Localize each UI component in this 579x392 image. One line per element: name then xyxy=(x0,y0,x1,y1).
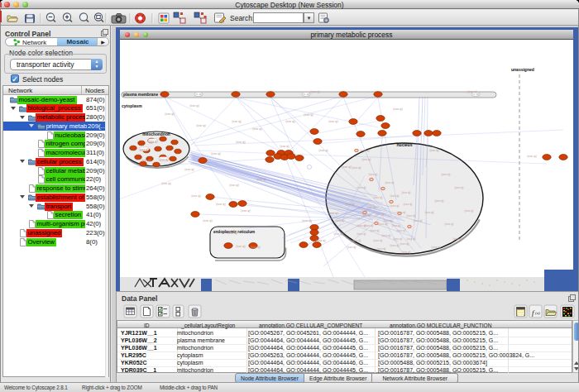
svg-text:(xxx q): (xxx q) xyxy=(425,211,434,214)
svg-text:(xxx q): (xxx q) xyxy=(334,232,343,236)
svg-text:(xxx q): (xxx q) xyxy=(394,237,403,241)
svg-text:(xxx q): (xxx q) xyxy=(379,222,388,226)
svg-text:(x--q): (x--q) xyxy=(195,93,202,96)
svg-text:(xxx q): (xxx q) xyxy=(392,224,401,227)
svg-text:(xxx q): (xxx q) xyxy=(280,145,290,148)
svg-text:(xxx q): (xxx q) xyxy=(196,124,206,127)
svg-text:(xxx q): (xxx q) xyxy=(455,186,464,189)
svg-text:(xxx q): (xxx q) xyxy=(285,120,295,123)
svg-text:(xxx q): (xxx q) xyxy=(310,90,320,93)
svg-text:(xxx q): (xxx q) xyxy=(140,148,148,151)
svg-text:(xxx q): (xxx q) xyxy=(374,196,383,199)
svg-text:(xxx q): (xxx q) xyxy=(357,224,366,227)
svg-text:(xxx q): (xxx q) xyxy=(232,120,242,123)
svg-text:(xxx q): (xxx q) xyxy=(404,203,413,206)
svg-text:(xxx q): (xxx q) xyxy=(251,246,261,249)
svg-text:(xxx q): (xxx q) xyxy=(393,108,403,111)
svg-text:(xxx q): (xxx q) xyxy=(318,149,328,152)
svg-text:(xxx q): (xxx q) xyxy=(328,212,338,215)
svg-text:(xxx q): (xxx q) xyxy=(241,209,251,213)
svg-text:(xxx q): (xxx q) xyxy=(445,222,454,226)
svg-text:(xxx q): (xxx q) xyxy=(352,166,361,170)
svg-text:(xxx q): (xxx q) xyxy=(236,141,246,144)
svg-text:(xxx q): (xxx q) xyxy=(374,239,383,242)
svg-text:(xxx q): (xxx q) xyxy=(432,246,441,249)
svg-text:(xxx q): (xxx q) xyxy=(402,251,411,254)
svg-text:(xxx q): (xxx q) xyxy=(407,237,416,241)
svg-text:(xxx q): (xxx q) xyxy=(165,112,175,116)
svg-text:(xxx q): (xxx q) xyxy=(304,113,313,117)
svg-text:(xxx q): (xxx q) xyxy=(435,199,444,203)
svg-text:(xxx q): (xxx q) xyxy=(236,245,246,248)
svg-text:(xxx q): (xxx q) xyxy=(161,182,171,185)
svg-text:(xxx q): (xxx q) xyxy=(211,152,221,155)
svg-text:(xxx q): (xxx q) xyxy=(302,219,312,222)
svg-text:(xxx q): (xxx q) xyxy=(429,149,439,152)
svg-text:(xxx q): (xxx q) xyxy=(360,149,370,152)
svg-text:(xxx q): (xxx q) xyxy=(369,173,378,176)
svg-text:(xxx q): (xxx q) xyxy=(407,214,416,218)
svg-text:(xxx q): (xxx q) xyxy=(316,239,326,242)
svg-text:(xxx q): (xxx q) xyxy=(390,194,400,198)
svg-text:(xxx q): (xxx q) xyxy=(402,191,411,194)
svg-text:(xxx q): (xxx q) xyxy=(362,158,371,161)
svg-text:(xxx q): (xxx q) xyxy=(149,140,157,143)
svg-text:(xxx q): (xxx q) xyxy=(467,90,477,93)
svg-text:(xxx q): (xxx q) xyxy=(465,209,474,213)
svg-text:mitochondrion: mitochondrion xyxy=(142,132,170,136)
svg-text:(xxx q): (xxx q) xyxy=(160,158,168,161)
svg-text:(xxx q): (xxx q) xyxy=(184,168,194,171)
svg-text:unassigned: unassigned xyxy=(511,67,534,72)
svg-text:(xxx q): (xxx q) xyxy=(377,247,386,251)
svg-text:(xxx q): (xxx q) xyxy=(414,219,423,222)
svg-text:(xxx q): (xxx q) xyxy=(357,232,366,236)
svg-text:(xxx q): (xxx q) xyxy=(400,242,409,246)
svg-text:plasma membrane: plasma membrane xyxy=(123,93,158,97)
svg-text:(xxx q): (xxx q) xyxy=(362,214,371,218)
svg-text:(xxx q): (xxx q) xyxy=(252,127,262,131)
svg-text:(xxx q): (xxx q) xyxy=(397,229,406,232)
svg-text:(xxx q): (xxx q) xyxy=(390,244,400,247)
svg-text:(xxx q): (xxx q) xyxy=(397,211,406,214)
svg-text:nucleus: nucleus xyxy=(397,142,413,147)
svg-text:(xxx q): (xxx q) xyxy=(347,246,356,249)
svg-text:(xxx q): (xxx q) xyxy=(442,173,451,176)
svg-text:(xxx q): (xxx q) xyxy=(376,213,385,216)
svg-text:(xxx q): (xxx q) xyxy=(191,194,201,198)
svg-text:(x--q): (x--q) xyxy=(303,93,309,96)
svg-text:(xxx q): (xxx q) xyxy=(357,186,366,189)
svg-text:(xxx q): (xxx q) xyxy=(382,234,391,237)
svg-text:(xxx q): (xxx q) xyxy=(352,239,361,242)
svg-text:(xxx q): (xxx q) xyxy=(390,204,400,208)
svg-text:(xxx q): (xxx q) xyxy=(141,159,151,162)
svg-text:(xxx q): (xxx q) xyxy=(328,120,338,123)
svg-text:(xxx q): (xxx q) xyxy=(227,232,237,235)
svg-text:(xxx q): (xxx q) xyxy=(336,219,345,222)
svg-text:(xxx q): (xxx q) xyxy=(453,237,462,241)
svg-text:(xxx q): (xxx q) xyxy=(189,104,199,108)
svg-text:(xxx q): (xxx q) xyxy=(527,155,537,158)
svg-text:(xxx q): (xxx q) xyxy=(371,229,380,232)
svg-text:(xxx q): (xxx q) xyxy=(342,165,352,169)
svg-text:(x): (x) xyxy=(535,311,540,315)
svg-text:(xxx q): (xxx q) xyxy=(216,203,226,206)
svg-text:(xxx q): (xxx q) xyxy=(256,178,266,181)
svg-text:cytoplasm: cytoplasm xyxy=(122,103,142,108)
svg-text:(xxx q): (xxx q) xyxy=(385,181,395,184)
svg-text:(xxx q): (xxx q) xyxy=(384,219,393,222)
svg-text:(xxx q): (xxx q) xyxy=(367,206,376,209)
svg-text:(xxx q): (xxx q) xyxy=(346,203,355,206)
svg-text:(xxx q): (xxx q) xyxy=(203,219,213,222)
svg-text:(xxx q): (xxx q) xyxy=(229,184,239,187)
